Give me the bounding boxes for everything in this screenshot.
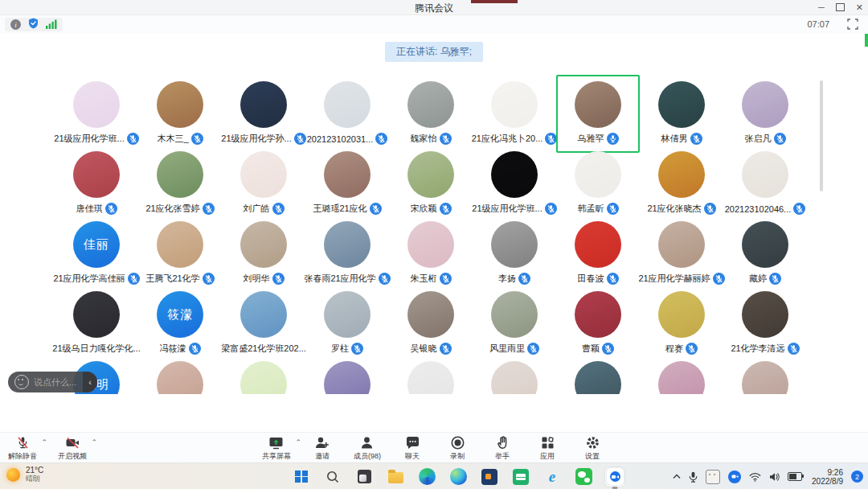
participant-tile[interactable]: 韩孟昕: [556, 145, 640, 223]
participant-tile[interactable]: 刘明华: [222, 215, 305, 293]
participant-tile[interactable]: 田春波: [556, 215, 640, 293]
battery-icon[interactable]: [788, 472, 802, 481]
mic-muted-icon[interactable]: [370, 203, 382, 215]
mic-muted-icon[interactable]: [518, 273, 530, 285]
participant-tile[interactable]: [556, 355, 640, 394]
participant-tile[interactable]: 202123102031...: [305, 75, 389, 153]
mic-muted-icon[interactable]: [440, 133, 452, 145]
mic-muted-icon[interactable]: [440, 273, 452, 285]
participant-tile[interactable]: 21级应用化学班...: [55, 75, 138, 153]
weather-widget[interactable]: 21°C 晴朗: [6, 466, 43, 483]
mic-muted-icon[interactable]: [105, 203, 117, 215]
participant-tile[interactable]: 佳丽21应用化学高佳丽: [55, 215, 138, 293]
mic-muted-icon[interactable]: [686, 343, 698, 355]
fullscreen-icon[interactable]: [847, 18, 858, 30]
tray-chevron-up-icon[interactable]: [673, 474, 681, 479]
mic-muted-icon[interactable]: [294, 133, 306, 145]
mic-muted-icon[interactable]: [127, 133, 139, 145]
participant-tile[interactable]: [640, 355, 723, 394]
minimize-button[interactable]: ─: [818, 0, 825, 14]
notification-badge[interactable]: 2: [851, 471, 863, 483]
chevron-up-icon[interactable]: ⌃: [295, 438, 301, 446]
participant-tile[interactable]: 21化学李清远: [723, 285, 807, 363]
toolbar-item-screen-share[interactable]: 共享屏幕⌃: [262, 435, 291, 462]
mic-muted-icon[interactable]: [191, 133, 203, 145]
mic-muted-icon[interactable]: [788, 343, 800, 355]
emoji-icon[interactable]: [14, 375, 29, 389]
toolbar-item-record[interactable]: 录制: [444, 435, 471, 462]
participant-tile[interactable]: [305, 355, 389, 394]
clock-widget[interactable]: 9:26 2022/8/9: [812, 468, 843, 486]
mic-muted-icon[interactable]: [375, 133, 387, 145]
participant-tile[interactable]: 林倩男: [640, 75, 723, 153]
browser-360-icon[interactable]: [417, 467, 436, 487]
mic-muted-icon[interactable]: [272, 203, 285, 215]
mic-muted-icon[interactable]: [440, 203, 452, 215]
participant-tile[interactable]: [723, 355, 807, 394]
participant-tile[interactable]: 202123102046...: [723, 145, 807, 223]
mic-muted-icon[interactable]: [189, 343, 201, 355]
mic-muted-icon[interactable]: [769, 273, 781, 285]
mic-muted-icon[interactable]: [545, 203, 557, 215]
participant-tile[interactable]: 王璐瑶21应化: [305, 145, 389, 223]
store-green-icon[interactable]: [511, 467, 530, 487]
participant-tile[interactable]: [138, 355, 222, 394]
participant-tile[interactable]: 张春雨21应用化学: [305, 215, 389, 293]
toolbar-item-chat[interactable]: 聊天: [399, 435, 426, 462]
participant-tile[interactable]: 筱濛冯筱濛: [138, 285, 222, 363]
mic-muted-icon[interactable]: [690, 133, 702, 145]
participant-tile[interactable]: 刘广皓: [222, 145, 305, 223]
participant-tile[interactable]: 21级应用化学班...: [473, 145, 556, 223]
mic-muted-icon[interactable]: [704, 203, 716, 215]
mic-muted-icon[interactable]: [793, 203, 805, 215]
participant-tile[interactable]: 魏家怡: [389, 75, 473, 153]
participant-tile[interactable]: 王腾飞21化学: [138, 215, 222, 293]
participant-tile[interactable]: 梁富盛21化学班202...: [222, 285, 305, 363]
toolbar-item-members[interactable]: 成员(98): [354, 435, 381, 462]
participant-tile[interactable]: 21级应用化学孙...: [222, 75, 305, 153]
participant-tile[interactable]: 唐佳琪: [55, 145, 138, 223]
maximize-button[interactable]: [836, 3, 845, 11]
meeting-info-icon[interactable]: i: [10, 19, 21, 30]
mic-muted-icon[interactable]: [440, 343, 452, 355]
participant-tile[interactable]: [473, 355, 556, 394]
participant-tile[interactable]: 张启凡: [723, 75, 807, 153]
participant-tile[interactable]: 程赛: [640, 285, 723, 363]
mic-muted-icon[interactable]: [272, 273, 285, 285]
mic-muted-icon[interactable]: [203, 203, 215, 215]
mic-muted-icon[interactable]: [351, 343, 363, 355]
participant-tile[interactable]: 21应化张雪婷: [138, 145, 222, 223]
mic-muted-icon[interactable]: [774, 133, 786, 145]
task-view-icon[interactable]: [354, 467, 374, 487]
participant-tile[interactable]: 曹颖: [556, 285, 640, 363]
participant-tile[interactable]: 21应化张晓杰: [640, 145, 723, 223]
participant-tile[interactable]: 21应用化学赫丽婷: [640, 215, 723, 293]
participant-tile[interactable]: 乌雅罕: [556, 75, 640, 153]
wifi-icon[interactable]: [749, 472, 761, 482]
volume-icon[interactable]: [769, 472, 780, 482]
windows-start-icon[interactable]: [292, 467, 311, 487]
toolbar-item-apps[interactable]: 应用: [534, 435, 561, 462]
participant-tile[interactable]: [222, 355, 305, 394]
mic-on-icon[interactable]: [607, 133, 619, 145]
participant-tile[interactable]: 朱玉桁: [389, 215, 473, 293]
input-method-icon[interactable]: [706, 470, 720, 484]
edge-icon[interactable]: [448, 467, 468, 487]
mic-muted-icon[interactable]: [607, 203, 619, 215]
tencent-meeting-icon[interactable]: [605, 467, 624, 487]
participant-tile[interactable]: 藏婷: [723, 215, 807, 293]
tray-microphone-icon[interactable]: [689, 471, 698, 483]
mic-muted-icon[interactable]: [527, 343, 539, 355]
chat-input-placeholder[interactable]: 说点什么...: [34, 376, 76, 388]
scrollbar[interactable]: [820, 80, 823, 191]
participant-tile[interactable]: 罗柱: [305, 285, 389, 363]
participant-tile[interactable]: 吴银晓: [389, 285, 473, 363]
participant-tile[interactable]: 风里雨里: [473, 285, 556, 363]
participant-tile[interactable]: 21应化冯兆卜20...: [473, 75, 556, 153]
toolbar-item-raise-hand[interactable]: 举手: [489, 435, 516, 462]
mic-muted-icon[interactable]: [602, 343, 614, 355]
participant-tile[interactable]: 木木三_: [138, 75, 222, 153]
participant-tile[interactable]: 21级乌日力嘎化学化...: [55, 285, 138, 363]
toolbar-item-invite[interactable]: 邀请: [309, 435, 336, 462]
internet-explorer-icon[interactable]: e: [542, 467, 562, 487]
